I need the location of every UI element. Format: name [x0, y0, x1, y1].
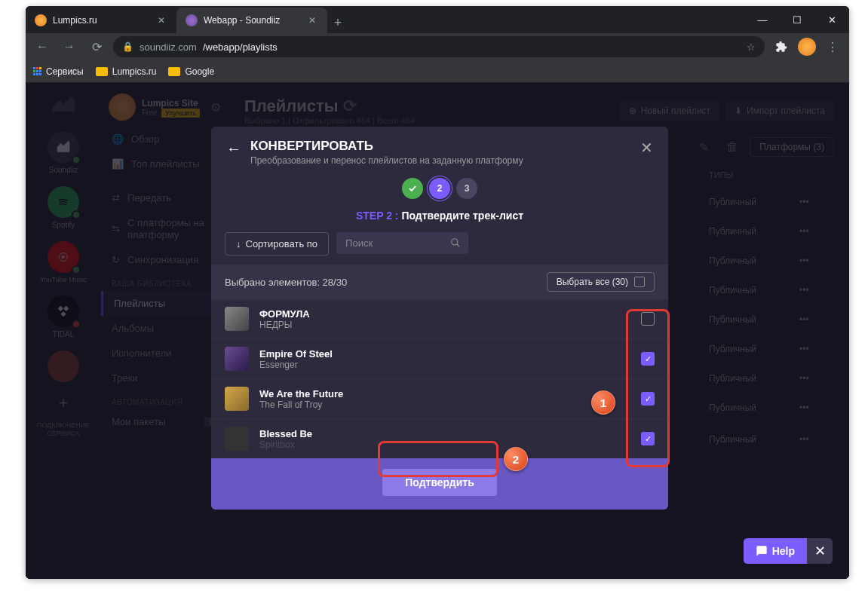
- browser-window: Lumpics.ru ✕ Webapp - Soundiiz ✕ + ― ☐ ✕…: [26, 6, 849, 579]
- track-checkbox[interactable]: ✓: [641, 432, 655, 445]
- more-icon[interactable]: •••: [799, 373, 830, 384]
- page-subtitle: Выбрано 1 | Отфильтровано 464 | Всего 46…: [244, 116, 415, 125]
- platforms-filter[interactable]: Платформы (3): [750, 137, 834, 157]
- rail-item-extra[interactable]: [26, 346, 101, 387]
- sidebar-platform-to-platform[interactable]: ⇆С платформы на платформу: [101, 210, 229, 247]
- help-close-button[interactable]: ✕: [807, 538, 833, 564]
- more-icon[interactable]: •••: [799, 256, 830, 266]
- more-icon[interactable]: •••: [799, 285, 830, 295]
- track-row[interactable]: ФОРМУЛА НЕДРЫ: [211, 299, 668, 339]
- profile-avatar[interactable]: [798, 38, 816, 56]
- rail-soundiiz[interactable]: Soundiiz: [26, 127, 101, 179]
- back-arrow-icon[interactable]: ←: [226, 140, 241, 158]
- youtube-music-icon: [48, 241, 79, 273]
- user-avatar[interactable]: [109, 93, 136, 121]
- sidebar-top-playlists[interactable]: 📊Топ плейлисты: [101, 152, 229, 176]
- tab-title: Webapp - Soundiiz: [204, 15, 280, 26]
- track-checkbox[interactable]: ✓: [641, 392, 655, 406]
- back-button[interactable]: ←: [32, 36, 53, 57]
- import-playlist-button[interactable]: ⬇Импорт плейлиста: [725, 101, 834, 121]
- svg-point-3: [452, 239, 458, 245]
- close-window-button[interactable]: ✕: [814, 6, 849, 33]
- rail-tidal[interactable]: TIDAL: [26, 291, 101, 343]
- more-icon[interactable]: •••: [799, 314, 830, 325]
- bookmark-google[interactable]: Google: [168, 66, 214, 77]
- edit-icon[interactable]: ✎: [692, 136, 715, 158]
- rail-youtube-music[interactable]: YouTube Music: [26, 237, 101, 288]
- sidebar-albums[interactable]: Альбомы: [101, 316, 229, 341]
- reload-button[interactable]: ⟳: [86, 36, 107, 57]
- sidebar-transfer[interactable]: ⇄Передать: [101, 185, 229, 210]
- forward-button[interactable]: →: [59, 36, 80, 57]
- extensions-icon[interactable]: [771, 36, 792, 57]
- sidebar-sync[interactable]: ↻Синхронизация: [101, 247, 229, 272]
- lock-icon: 🔒: [122, 41, 133, 52]
- sort-button[interactable]: ↓Сортировать по: [225, 232, 329, 256]
- track-row[interactable]: Empire Of Steel Essenger ✓: [211, 339, 668, 379]
- close-icon[interactable]: ✕: [155, 14, 167, 26]
- step-1-done: [402, 178, 423, 199]
- search-input[interactable]: [336, 232, 468, 254]
- service-rail: Soundiiz Spotify YouTube Music: [26, 83, 101, 579]
- user-name: Lumpics Site: [142, 98, 200, 109]
- gear-icon[interactable]: ⚙: [210, 100, 221, 115]
- track-row[interactable]: Blessed Be Spiritbox ✓: [211, 419, 668, 458]
- more-icon[interactable]: •••: [799, 344, 830, 354]
- new-tab-button[interactable]: +: [327, 12, 348, 33]
- app-logo[interactable]: [48, 89, 78, 119]
- svg-line-4: [457, 244, 460, 247]
- selection-bar: Выбрано элементов: 28/30 Выбрать все (30…: [211, 265, 668, 299]
- rail-spotify[interactable]: Spotify: [26, 182, 101, 234]
- more-icon[interactable]: •••: [799, 197, 830, 207]
- tab-soundiiz[interactable]: Webapp - Soundiiz ✕: [176, 8, 327, 33]
- help-button[interactable]: Help: [744, 538, 807, 564]
- more-icon[interactable]: •••: [799, 226, 830, 237]
- help-label: Help: [772, 545, 795, 557]
- folder-icon: [96, 67, 108, 76]
- track-checkbox[interactable]: [641, 312, 655, 326]
- bookmark-lumpics[interactable]: Lumpics.ru: [96, 66, 157, 77]
- minimize-button[interactable]: ―: [745, 6, 780, 33]
- sidebar-playlists[interactable]: Плейлисты: [101, 291, 229, 316]
- confirm-button[interactable]: Подтвердить: [382, 469, 497, 496]
- spotify-icon: [48, 186, 79, 218]
- track-list: ФОРМУЛА НЕДРЫ Empire Of Steel Essenger ✓: [211, 299, 668, 458]
- folder-icon: [168, 67, 180, 76]
- sort-icon: ↓: [236, 238, 241, 249]
- tidal-icon: [48, 295, 79, 327]
- sidebar-batches[interactable]: Мои пакеты0: [101, 409, 229, 434]
- help-widget: Help ✕: [744, 538, 833, 564]
- trash-icon[interactable]: 🗑: [721, 136, 744, 158]
- bookmark-label: Сервисы: [46, 66, 84, 77]
- chat-icon: [756, 545, 768, 557]
- maximize-button[interactable]: ☐: [780, 6, 814, 33]
- address-bar[interactable]: 🔒 soundiiz.com/webapp/playlists ☆: [113, 36, 765, 57]
- chart-icon: 📊: [112, 158, 124, 170]
- favicon-lumpics: [35, 14, 47, 26]
- modal-footer: Подтвердить: [211, 458, 668, 510]
- rail-label: Spotify: [52, 221, 75, 229]
- more-icon[interactable]: •••: [799, 434, 830, 445]
- upgrade-button[interactable]: Улучшить: [161, 109, 200, 118]
- tab-lumpics[interactable]: Lumpics.ru ✕: [26, 8, 176, 33]
- new-playlist-button[interactable]: ⊕Новый плейлист: [620, 101, 719, 121]
- select-all-label: Выбрать все (30): [557, 277, 628, 287]
- select-all-button[interactable]: Выбрать все (30): [547, 272, 655, 292]
- transfer-icon: ⇄: [112, 192, 120, 204]
- star-icon[interactable]: ☆: [747, 41, 756, 53]
- sidebar-tracks[interactable]: Треки: [101, 366, 229, 390]
- bookmarks-bar: Сервисы Lumpics.ru Google: [26, 60, 849, 83]
- sidebar: Lumpics Site Free Улучшить ⚙ 🌐Обзор 📊Топ…: [101, 83, 229, 579]
- sidebar-overview[interactable]: 🌐Обзор: [101, 127, 229, 152]
- step-indicator: 2 3: [211, 173, 668, 207]
- add-service-button[interactable]: +: [50, 390, 77, 417]
- type-cell: Публичный: [709, 373, 799, 384]
- track-checkbox[interactable]: ✓: [641, 352, 655, 366]
- type-cell: Публичный: [709, 314, 799, 325]
- close-icon[interactable]: ✕: [306, 14, 318, 26]
- close-icon[interactable]: ✕: [640, 139, 653, 157]
- menu-icon[interactable]: ⋮: [822, 36, 843, 57]
- more-icon[interactable]: •••: [799, 403, 830, 413]
- bookmark-apps[interactable]: Сервисы: [33, 66, 84, 77]
- sidebar-artists[interactable]: Исполнители: [101, 341, 229, 366]
